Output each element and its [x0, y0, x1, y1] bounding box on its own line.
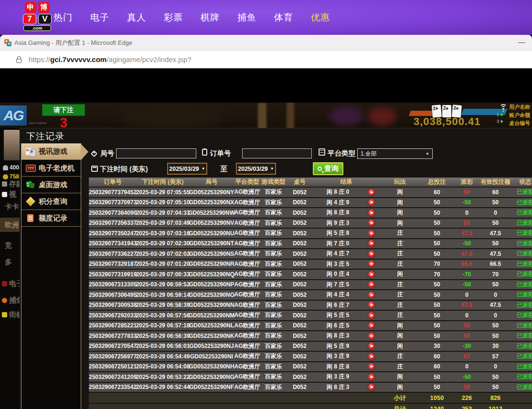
- cell-order-no: 250329067313305: [89, 280, 137, 290]
- table-row: 2503290773794522025-03-29 07:05:55GD0522…: [89, 188, 532, 197]
- date-to-picker[interactable]: 2025/03/29 ▼: [236, 163, 276, 175]
- replay-play-icon[interactable]: [368, 210, 375, 216]
- sidebar-item-额度记录[interactable]: 额度记录: [21, 210, 81, 227]
- logo-com: .com: [23, 25, 51, 31]
- sidebar-item-label: 额度记录: [39, 214, 67, 223]
- cell-order-no: 250329067306495: [89, 290, 137, 300]
- cell-bet-time: 2025-03-29 07:03:16: [137, 229, 189, 238]
- cell-platform: AG欧洲厅: [234, 208, 260, 218]
- cell-platform: AG欧洲厅: [234, 311, 260, 320]
- column-header-有效投注额: 有效投注额: [480, 178, 511, 187]
- subtotal-row-label: 小计: [380, 393, 420, 403]
- nav-item-棋牌[interactable]: 棋牌: [201, 11, 220, 24]
- replay-play-icon[interactable]: [368, 199, 375, 206]
- nav-item-彩票[interactable]: 彩票: [164, 11, 183, 24]
- cell-result: 闲 3 庄 9: [313, 372, 363, 382]
- lobby-menu-item: 存款: [2, 179, 20, 189]
- sidebar-item-积分查询[interactable]: 积分查询: [21, 193, 81, 210]
- cell-result: 闲 5 庄 8: [313, 229, 363, 238]
- lobby-menu-item: 捕鱼王: [2, 296, 20, 305]
- cell-platform: AG欧洲厅: [234, 260, 260, 269]
- address-bar[interactable]: https://gci.7vvvvvv.com/agingame/pcv2/in…: [0, 51, 532, 69]
- cell-round-no: GD052253290NW: [189, 208, 234, 218]
- table-row: 2503290672412092025-03-29 06:53:22GD0522…: [89, 372, 532, 382]
- cell-game-type: 百家乐: [260, 372, 287, 382]
- cell-replay: [363, 321, 380, 331]
- cell-order-no: 250329077356337: [89, 219, 137, 228]
- replay-play-icon[interactable]: [368, 322, 375, 329]
- cell-game-type: 百家乐: [260, 198, 287, 208]
- cell-platform: AG欧洲厅: [234, 198, 260, 208]
- order-no-input[interactable]: [242, 148, 312, 158]
- search-button-label: 查询: [324, 164, 339, 173]
- search-button[interactable]: 查询: [313, 162, 343, 175]
- fish-icon: [2, 298, 7, 303]
- money-bag-icon: [3, 174, 8, 179]
- replay-play-icon[interactable]: [368, 292, 375, 298]
- cell-replay: [363, 260, 380, 269]
- cell-order-no: 250329077350247: [89, 229, 137, 238]
- cell-valid-bet: 60: [480, 188, 511, 197]
- lock-icon: [16, 59, 21, 63]
- replay-play-icon[interactable]: [368, 251, 375, 257]
- nav-item-捕鱼[interactable]: 捕鱼: [237, 11, 256, 24]
- table-row: 2503290773199192025-03-29 07:00:33GD0522…: [89, 270, 532, 279]
- slot2-icon: [2, 281, 7, 286]
- cell-play-type: 庄: [380, 352, 420, 361]
- cell-round-no: GD052253290NU: [189, 229, 234, 238]
- cell-payout: 47.5: [454, 301, 480, 310]
- replay-play-icon[interactable]: [368, 271, 375, 278]
- cell-round-no: GD052253290NQ: [189, 270, 234, 279]
- cell-payout: 47.5: [454, 249, 480, 259]
- replay-play-icon[interactable]: [368, 230, 375, 237]
- replay-play-icon[interactable]: [368, 374, 375, 380]
- replay-play-icon[interactable]: [368, 384, 375, 390]
- nav-item-真人[interactable]: 真人: [127, 11, 146, 24]
- cell-valid-bet: 50: [480, 321, 511, 331]
- round-no-input[interactable]: [116, 148, 196, 158]
- cell-table-no: D052: [287, 239, 313, 249]
- sidebar-item-电子老虎机[interactable]: 电子老虎机: [21, 160, 81, 177]
- nav-item-电子[interactable]: 电子: [90, 11, 109, 24]
- cell-result: 闲 6 庄 7: [313, 301, 363, 310]
- replay-play-icon[interactable]: [368, 302, 375, 308]
- nav-item-优惠[interactable]: 优惠: [311, 11, 330, 24]
- replay-play-icon[interactable]: [368, 189, 375, 196]
- table-row: 2503290673064952025-03-29 06:59:14GD0522…: [89, 290, 532, 300]
- replay-play-icon[interactable]: [368, 353, 375, 360]
- cell-total-bet: 50: [420, 229, 454, 238]
- minimize-button[interactable]: —: [518, 38, 525, 46]
- cell-play-type: 闲: [380, 383, 420, 392]
- replay-play-icon[interactable]: [368, 343, 375, 349]
- cell-result: 闲 3 庄 9: [313, 352, 363, 361]
- cell-valid-bet: 0: [480, 362, 511, 372]
- cell-payout: 0: [454, 362, 480, 372]
- cell-payout: 60: [454, 188, 480, 197]
- date-from-picker[interactable]: 2025/03/29 ▼: [167, 163, 207, 175]
- platform-type-select[interactable]: 1.全部 ▼: [357, 148, 433, 159]
- table-row: 2503290773419432025-03-29 07:02:30GD0522…: [89, 239, 532, 249]
- sidebar-item-桌面游戏[interactable]: 桌面游戏: [21, 177, 81, 193]
- url-text[interactable]: https://gci.7vvvvvv.com/agingame/pcv2/in…: [29, 55, 192, 63]
- platform-type-label: 平台类型: [328, 149, 355, 158]
- replay-play-icon[interactable]: [368, 312, 375, 319]
- cell-play-type: 庄: [380, 290, 420, 300]
- replay-play-icon[interactable]: [368, 333, 375, 339]
- balance-amount: 758.: [3, 173, 20, 180]
- replay-play-icon[interactable]: [368, 261, 375, 267]
- replay-play-icon[interactable]: [368, 220, 375, 226]
- cell-play-type: 庄: [380, 280, 420, 290]
- sidebar-item-视讯游戏[interactable]: 视讯游戏: [21, 143, 81, 160]
- chevron-down-icon: ▼: [426, 152, 429, 156]
- column-header-结果: 结果: [313, 178, 380, 187]
- window-title: Asia Gaming - 用户配置 1 - Microsoft Edge: [14, 39, 132, 47]
- replay-play-icon[interactable]: [368, 240, 375, 247]
- replay-play-icon[interactable]: [368, 363, 375, 370]
- cell-result: 闲 8 庄 8: [313, 208, 363, 218]
- site-logo[interactable]: 申 博 7 V .com: [22, 2, 52, 31]
- nav-item-热门[interactable]: 热门: [53, 11, 73, 24]
- user-info-label: 用户名称: [509, 104, 530, 111]
- cell-total-bet: 50: [420, 383, 454, 392]
- nav-item-体育[interactable]: 体育: [274, 11, 293, 24]
- replay-play-icon[interactable]: [368, 281, 375, 288]
